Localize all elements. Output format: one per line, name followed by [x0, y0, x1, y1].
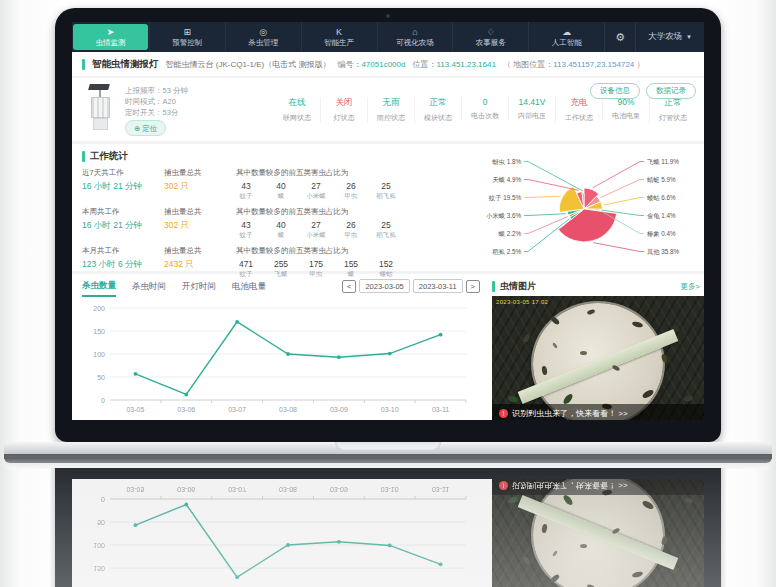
- svg-text:03-11: 03-11: [432, 486, 449, 493]
- accent-bar: [82, 59, 85, 70]
- svg-text:飞蛾 11.9%: 飞蛾 11.9%: [647, 158, 679, 165]
- insect-blob: [522, 333, 531, 343]
- status-value: 14.41V: [509, 97, 555, 107]
- work-stat-row: 本周共工作16 小时 21 分钟捕虫量总共302 只其中数量较多的前五类害虫占比…: [82, 207, 478, 240]
- chart-tab-2[interactable]: 开灯时间: [182, 281, 216, 296]
- device-map-location: （ 地图位置：113.451157,23.154724 ）: [503, 59, 645, 70]
- trap-camera-image[interactable]: 2023-03-05 17:02 ! 识别到虫虫来了，快来看看！ >> 2023…: [492, 479, 704, 587]
- laptop-thumb-notch: [335, 442, 441, 451]
- device-info: 上报频率：53 分钟 时间模式：A20 定时开关：53分 ⊕ 定位: [125, 83, 188, 141]
- nav-tab-3[interactable]: K智能生产: [301, 22, 377, 52]
- chevron-down-icon: ▼: [686, 34, 692, 40]
- device-photo: [86, 84, 116, 130]
- laptop-bezel: ➤虫情监测⊞预警控制◎杀虫管理K智能生产⌂可视化农场♢农事服务☁人工智能 ⚙ 大…: [55, 468, 721, 587]
- nav-tab-label: 人工智能: [552, 38, 582, 48]
- nav-tab-icon: ☁: [562, 27, 571, 37]
- laptop-reflection: ➤虫情监测⊞预警控制◎杀虫管理K智能生产⌂可视化农场♢农事服务☁人工智能 ⚙ 大…: [50, 468, 726, 587]
- insect-blob: [522, 555, 531, 565]
- svg-text:03-06: 03-06: [177, 406, 195, 413]
- kill-count-line-chart: 05010015020003-0503-0603-0703-0803-0903-…: [82, 300, 484, 420]
- insect-count-item: 43蚊子: [236, 220, 256, 240]
- detection-alert-overlay: ! 识别到虫虫来了，快来看看！ >> 2023-05-16: [492, 404, 704, 420]
- status-label: 电击次数: [462, 111, 508, 121]
- nav-tab-2[interactable]: ◎杀虫管理: [225, 22, 301, 52]
- work-duration: 近7天共工作16 小时 21 分钟: [82, 168, 164, 201]
- nav-right: ⚙ 大学农场 ▼: [604, 22, 704, 52]
- nav-tab-icon: ➤: [107, 27, 115, 37]
- top-insects: 其中数量较多的前五类害虫占比为43蚊子40蛾27小米蛾26甲虫25稻飞虱: [236, 168, 478, 201]
- status-value: 正常: [415, 97, 461, 109]
- insect-blob: [541, 524, 547, 534]
- next-date-button[interactable]: >: [466, 280, 480, 293]
- catch-total: 捕虫量总共302 只: [164, 207, 236, 240]
- date-from-field[interactable]: 2023-03-05: [359, 279, 409, 293]
- laptop-mockup: ➤虫情监测⊞预警控制◎杀虫管理K智能生产⌂可视化农场♢农事服务☁人工智能 ⚙ 大…: [50, 468, 726, 587]
- insect-count-item: 40蛾: [271, 220, 291, 240]
- svg-text:150: 150: [93, 328, 105, 335]
- nav-tab-1[interactable]: ⊞预警控制: [149, 22, 225, 52]
- nav-tab-6[interactable]: ☁人工智能: [528, 22, 604, 52]
- date-controls: < 2023-03-05 2023-03-11 >: [342, 279, 480, 293]
- svg-text:03-05: 03-05: [126, 486, 144, 493]
- insect-count-item: 27小米蛾: [306, 181, 326, 201]
- status-label: 联网状态: [274, 113, 320, 123]
- svg-text:0: 0: [101, 397, 105, 404]
- insect-blob: [550, 573, 561, 583]
- svg-text:200: 200: [93, 305, 105, 312]
- device-info-button[interactable]: 设备信息: [590, 83, 640, 99]
- settings-gear-icon[interactable]: ⚙: [604, 22, 635, 52]
- insect-blob: [632, 571, 644, 579]
- status-value: 在线: [274, 97, 320, 109]
- nav-tab-4[interactable]: ⌂可视化农场: [377, 22, 453, 52]
- nav-tabs: ➤虫情监测⊞预警控制◎杀虫管理K智能生产⌂可视化农场♢农事服务☁人工智能: [72, 22, 604, 52]
- work-duration: 本周共工作16 小时 21 分钟: [82, 207, 164, 240]
- status-col: 无雨雨控状态: [367, 97, 414, 123]
- dashboard-screen: ➤虫情监测⊞预警控制◎杀虫管理K智能生产⌂可视化农场♢农事服务☁人工智能 ⚙ 大…: [72, 22, 704, 420]
- date-to-field[interactable]: 2023-03-11: [413, 279, 463, 293]
- svg-text:03-07: 03-07: [228, 406, 246, 413]
- data-record-button[interactable]: 数据记录: [646, 83, 696, 99]
- nav-tab-label: 虫情监测: [95, 38, 125, 48]
- insect-count-item: 25稻飞虱: [376, 220, 396, 240]
- webcam-dot: [386, 14, 390, 18]
- nav-tab-label: 农事服务: [476, 38, 506, 48]
- status-col: 0电击次数: [461, 97, 508, 121]
- insect-blob: [580, 351, 587, 355]
- nav-tab-icon: K: [336, 27, 342, 37]
- chart-tab-0[interactable]: 杀虫数量: [82, 280, 116, 297]
- alert-text[interactable]: 识别到虫虫来了，快来看看！ >>: [512, 408, 628, 419]
- insect-blob: [661, 535, 669, 545]
- chart-tab-1[interactable]: 杀虫时间: [132, 281, 166, 296]
- svg-text:03-10: 03-10: [381, 486, 399, 493]
- status-col: 关闭灯状态: [320, 97, 367, 123]
- insect-count-item: 40蛾: [271, 181, 291, 201]
- locate-button[interactable]: ⊕ 定位: [125, 120, 166, 136]
- more-link[interactable]: 更多>: [681, 282, 700, 292]
- device-body: [91, 97, 110, 118]
- locate-icon: ⊕: [134, 123, 140, 134]
- insect-count-item: 26甲虫: [341, 181, 361, 201]
- nav-tab-label: 杀虫管理: [248, 38, 278, 48]
- nav-tab-0[interactable]: ➤虫情监测: [73, 24, 148, 50]
- nav-tab-icon: ⊞: [184, 27, 192, 37]
- alert-text[interactable]: 识别到虫虫来了，快来看看！ >>: [512, 480, 628, 491]
- svg-text:金龟 1.4%: 金龟 1.4%: [647, 212, 676, 219]
- svg-text:100: 100: [93, 542, 105, 549]
- photo-panel-header: 虫情图片 更多>: [492, 279, 704, 294]
- laptop-bezel: ➤虫情监测⊞预警控制◎杀虫管理K智能生产⌂可视化农场♢农事服务☁人工智能 ⚙ 大…: [55, 8, 721, 442]
- insect-count-item: 25稻飞虱: [376, 181, 396, 201]
- page: ➤虫情监测⊞预警控制◎杀虫管理K智能生产⌂可视化农场♢农事服务☁人工智能 ⚙ 大…: [0, 0, 776, 587]
- svg-text:蝼蛄 6.6%: 蝼蛄 6.6%: [647, 194, 676, 201]
- status-col: 正常灯管状态: [649, 97, 696, 123]
- status-col: 正常模块状态: [414, 97, 461, 123]
- device-title: 智能虫情测报灯: [92, 58, 159, 71]
- user-dropdown[interactable]: 大学农场 ▼: [635, 22, 704, 52]
- nav-tab-5[interactable]: ♢农事服务: [452, 22, 528, 52]
- prev-date-button[interactable]: <: [342, 280, 356, 293]
- accent-bar: [492, 281, 495, 292]
- trap-camera-image[interactable]: 2023-03-05 17:02 ! 识别到虫虫来了，快来看看！ >> 2023…: [492, 296, 704, 420]
- chart-tab-3[interactable]: 电池电量: [232, 281, 266, 296]
- bottom-section: 杀虫数量杀虫时间开灯时间电池电量 < 2023-03-05 2023-03-11…: [72, 479, 704, 587]
- nav-tab-icon: ♢: [487, 27, 495, 37]
- alert-icon: !: [499, 481, 508, 490]
